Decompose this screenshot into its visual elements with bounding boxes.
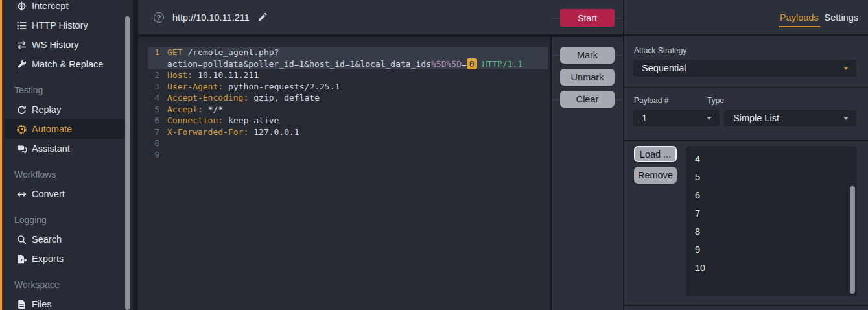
request-path: /remote_agent.php? [187, 47, 279, 57]
search-icon [16, 234, 27, 244]
sidebar-item-assistant[interactable]: Assistant [5, 139, 125, 158]
edit-url-icon[interactable] [257, 12, 267, 22]
header-value: 127.0.0.1 [248, 127, 299, 137]
line-number: 9 [148, 149, 159, 161]
load-button[interactable]: Load ... [634, 146, 677, 162]
sidebar-item-ws-history[interactable]: WS History [5, 35, 125, 54]
panel-tabs: Payloads Settings [624, 0, 868, 36]
http-history-icon [16, 20, 27, 30]
divider-stub [615, 18, 623, 19]
payload-marker[interactable]: 0 [467, 58, 477, 70]
line-number: 6 [148, 115, 159, 126]
mark-actions-panel: Mark Unmark Clear [552, 37, 623, 310]
sidebar-item-label: Match & Replace [32, 59, 103, 69]
sidebar-item-label: Search [32, 234, 62, 244]
window-inner-border [2, 0, 3, 310]
header-value: gzip, deflate [248, 93, 320, 102]
payloads-panel: Payloads Settings Attack Strategy Sequen… [624, 0, 868, 310]
sidebar-section-logging: Logging [3, 210, 133, 230]
divider-stub [552, 99, 560, 100]
payload-type-value: Simple List [733, 113, 779, 123]
query-string: action=polldata&poller_id=1&host_id=1&lo… [167, 59, 431, 69]
payload-list-scrollbar[interactable] [850, 186, 855, 294]
payload-list-item[interactable]: 5 [686, 168, 857, 186]
request-empty-line: 9 [148, 149, 548, 161]
sidebar-item-exports[interactable]: Exports [5, 249, 125, 268]
clear-button[interactable]: Clear [560, 91, 615, 108]
sidebar: Intercept HTTP History WS History Match … [3, 0, 133, 310]
sidebar-item-label: Files [32, 299, 52, 309]
remove-button[interactable]: Remove [634, 167, 677, 184]
line-number: 8 [148, 137, 159, 149]
sidebar-item-label: Assistant [32, 143, 70, 154]
ws-history-icon [16, 40, 27, 50]
sidebar-item-label: Automate [32, 124, 72, 134]
request-line: 1 GET/remote_agent.php? [148, 47, 548, 58]
payload-list-item[interactable]: 9 [686, 241, 857, 259]
sidebar-nav: Intercept HTTP History WS History Match … [3, 0, 133, 310]
request-header-row: 3 User-Agent:python-requests/2.25.1 [148, 81, 548, 93]
payload-type-select[interactable]: Simple List [724, 110, 856, 126]
panel-divider [624, 87, 868, 88]
sidebar-item-match-replace[interactable]: Match & Replace [5, 54, 125, 74]
header-value: 10.10.11.211 [193, 70, 259, 80]
sidebar-item-search[interactable]: Search [5, 230, 125, 249]
automate-app-window: Intercept HTTP History WS History Match … [0, 0, 868, 310]
sidebar-item-convert[interactable]: Convert [5, 184, 125, 204]
intercept-icon [16, 1, 27, 11]
header-value: python-requests/2.25.1 [223, 82, 340, 91]
sidebar-scrollbar[interactable] [125, 16, 130, 310]
sidebar-item-label: Convert [32, 189, 65, 199]
header-name: X-Forwarded-For: [167, 127, 248, 137]
sidebar-item-replay[interactable]: Replay [5, 100, 125, 119]
divider-stub [552, 55, 560, 56]
url-escape: %5B%5D [431, 59, 462, 69]
divider-stub [551, 18, 560, 19]
payload-list-item[interactable]: 10 [686, 259, 857, 277]
tab-payloads[interactable]: Payloads [780, 12, 819, 23]
attack-strategy-value: Sequential [642, 63, 686, 73]
http-protocol: HTTP/1.1 [482, 59, 523, 69]
attack-strategy-select[interactable]: Sequential [633, 60, 856, 77]
request-toolbar: http://10.10.11.211 Start [138, 0, 623, 36]
payload-list-item[interactable]: 6 [686, 186, 857, 204]
automate-icon [16, 124, 27, 134]
sidebar-item-automate[interactable]: Automate [5, 119, 125, 139]
header-value: */* [203, 104, 223, 114]
tab-settings[interactable]: Settings [825, 12, 858, 23]
line-number [148, 58, 159, 70]
sidebar-item-files[interactable]: Files [5, 294, 125, 310]
payload-list[interactable]: 4 5 6 7 8 9 10 [686, 146, 857, 296]
payload-number-value: 1 [642, 113, 647, 123]
convert-icon [16, 189, 27, 199]
header-name: Connection: [167, 115, 223, 125]
request-header-row: 7 X-Forwarded-For:127.0.0.1 [148, 126, 548, 138]
payload-number-select[interactable]: 1 [633, 110, 720, 126]
assistant-icon [16, 143, 27, 154]
help-icon[interactable] [154, 12, 164, 23]
start-button[interactable]: Start [560, 9, 615, 27]
sidebar-section-workspace: Workspace [3, 275, 133, 294]
sidebar-item-intercept[interactable]: Intercept [5, 0, 125, 16]
payload-list-item[interactable]: 8 [686, 222, 857, 241]
sidebar-item-http-history[interactable]: HTTP History [5, 16, 125, 35]
header-name: Accept: [167, 104, 203, 114]
header-value: keep-alive [223, 115, 279, 125]
mark-button[interactable]: Mark [560, 47, 615, 64]
payload-list-item[interactable]: 4 [686, 150, 857, 168]
request-header-row: 5 Accept:*/* [148, 104, 548, 115]
line-number: 7 [148, 126, 159, 138]
sidebar-section-workflows: Workflows [3, 165, 133, 184]
equals-sign: = [462, 59, 467, 69]
unmark-button[interactable]: Unmark [560, 69, 615, 86]
replay-icon [16, 104, 27, 115]
line-number: 3 [148, 81, 159, 93]
request-empty-line: 8 [148, 137, 548, 149]
header-name: Accept-Encoding: [167, 93, 248, 102]
payload-number-label: Payload # [634, 96, 668, 105]
panel-divider [624, 140, 868, 141]
request-editor[interactable]: 1 GET/remote_agent.php? action=polldata&… [138, 37, 550, 310]
payload-list-item[interactable]: 7 [686, 204, 857, 222]
panel-divider [624, 305, 868, 306]
exports-icon [16, 254, 27, 264]
